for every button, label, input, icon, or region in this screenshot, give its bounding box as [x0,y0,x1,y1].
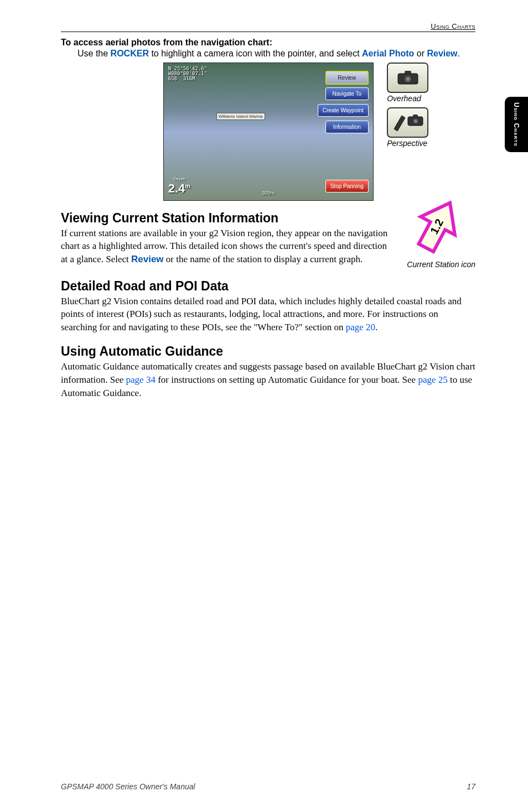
depth-unit: m [185,182,190,189]
page-20-link[interactable]: page 20 [346,322,375,332]
auto-guidance-body: Automatic Guidance automatically creates… [61,360,475,399]
page-34-link[interactable]: page 34 [126,374,156,385]
rp-body-end: . [375,322,377,332]
road-poi-body: BlueChart g2 Vision contains detailed ro… [61,295,475,334]
rp-body-pre: BlueChart g2 Vision contains detailed ro… [61,296,462,333]
svg-point-8 [415,120,417,123]
current-arrow-icon: 1.2 [407,195,468,259]
stop-panning-button[interactable]: Stop Panning [325,180,369,192]
review-label: Review [427,49,457,58]
page-number: 17 [467,782,475,791]
perspective-label: Perspective [387,139,428,148]
instr-or: or [414,49,427,58]
camera-overhead-icon [396,69,420,86]
footer: GPSMAP 4000 Series Owner's Manual 17 [61,782,475,791]
current-icon-caption: Current Station icon [407,260,475,269]
instruction-heading: To access aerial photos from the navigat… [61,38,475,48]
svg-rect-1 [405,71,411,74]
cs-body-post: or the name of the station to display a … [164,254,363,264]
create-waypoint-button[interactable]: Create Waypoint [318,104,369,117]
chart-depth: Depth 2.4m [168,176,190,196]
coord-brg: 316M [183,76,195,81]
chart-scale: 300m [262,190,275,196]
road-poi-title: Detailed Road and POI Data [61,279,475,294]
coord-dist: 658 [168,76,177,81]
review-button[interactable]: Review [325,71,369,85]
header-section: Using Charts [61,22,475,30]
instruction-body: Use the ROCKER to highlight a camera ico… [77,48,475,60]
camera-icon-legend: Overhead Perspective [387,63,428,152]
depth-label: Depth [168,176,190,181]
instr-end: . [458,49,460,58]
svg-rect-6 [413,114,418,117]
review-inline: Review [131,254,164,264]
chart-figure-row: N 25°56'42.6" W080°08'07.1" 658 316M Wil… [61,63,475,201]
aerial-photo-label: Aerial Photo [362,49,414,58]
depth-value: 2.4 [168,181,185,195]
svg-point-3 [406,77,410,81]
rocker-label: ROCKER [111,49,149,58]
perspective-camera-icon-box [387,107,428,138]
information-button[interactable]: Information [325,121,369,133]
overhead-camera-icon-box [387,63,428,93]
chart-coordinates: N 25°56'42.6" W080°08'07.1" 658 316M [168,66,207,81]
header-rule [61,32,475,32]
instr-mid: to highlight a camera icon with the poin… [149,49,362,58]
svg-marker-4 [394,116,405,131]
navigation-chart-screenshot: N 25°56'42.6" W080°08'07.1" 658 316M Wil… [163,63,374,201]
navigate-to-button[interactable]: Navigate To [325,87,369,100]
page-25-link[interactable]: page 25 [418,374,447,385]
instr-pre: Use the [77,49,111,58]
current-station-icon-block: 1.2 Current Station icon [407,195,475,269]
overhead-label: Overhead [387,94,428,103]
ag-body-mid: for instructions on setting up Automatic… [156,374,418,385]
island-label: Williams Island Marina [216,113,265,120]
page-content: Using Charts To access aerial photos fro… [0,0,528,812]
current-station-section: 1.2 Current Station icon Viewing Current… [61,211,475,269]
camera-perspective-icon [390,111,426,133]
footer-manual-title: GPSMAP 4000 Series Owner's Manual [61,782,195,791]
auto-guidance-title: Using Automatic Guidance [61,344,475,359]
